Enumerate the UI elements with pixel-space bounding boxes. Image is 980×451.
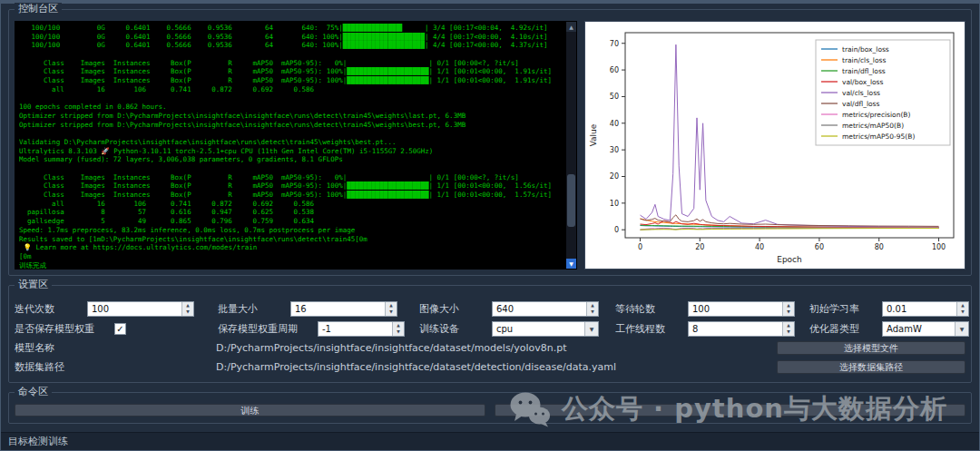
console-line: papillosa 8 57 0.616 0.947 0.625 0.538 [19, 208, 563, 217]
save-period-label: 保存模型权重周期 [218, 322, 318, 336]
select-dataset-button[interactable]: 选择数据集路径 [777, 360, 965, 374]
model-name-label: 模型名称 [15, 341, 216, 355]
console-lines: 100/100 0G 0.6401 0.5666 0.9536 64 640: … [19, 24, 563, 270]
field-device: 训练设备 cpu ▼ [419, 321, 615, 337]
spin-up-icon[interactable]: ▲ [587, 302, 598, 309]
spin-up-icon[interactable]: ▲ [386, 302, 397, 309]
console-line: Class Images Instances Box(P R mAP50 mAP… [19, 76, 563, 85]
svg-text:val/dfl_loss: val/dfl_loss [842, 100, 879, 108]
settings-row-1: 迭代次数 100 ▲ ▼ 批量大小 16 ▲ [15, 299, 965, 319]
svg-text:0: 0 [614, 226, 619, 234]
train-button[interactable]: 训练 [15, 404, 485, 417]
save-weights-label: 是否保存模型权重 [15, 322, 114, 336]
learning-rate-value: 0.01 [883, 302, 956, 316]
field-batch-size: 批量大小 16 ▲ ▼ [218, 301, 419, 317]
console-output[interactable]: 100/100 0G 0.6401 0.5666 0.9536 64 640: … [15, 21, 577, 270]
batch-size-spinner[interactable]: ▲ ▼ [385, 302, 397, 316]
save-period-spinbox[interactable]: -1 ▲ ▼ [318, 321, 405, 337]
svg-text:50: 50 [610, 93, 619, 101]
spin-up-icon[interactable]: ▲ [182, 302, 193, 309]
field-patience: 等待轮数 100 ▲ ▼ [615, 301, 809, 317]
svg-text:train/cls_loss: train/cls_loss [842, 56, 886, 64]
spin-down-icon[interactable]: ▼ [182, 309, 193, 316]
workers-label: 工作线程数 [615, 322, 688, 336]
workers-spinner[interactable]: ▲ ▼ [782, 322, 794, 336]
select-model-button[interactable]: 选择模型文件 [777, 341, 965, 355]
field-optimizer: 优化器类型 AdamW ▼ [809, 321, 969, 337]
console-line: 100/100 0G 0.6401 0.5666 0.9536 64 640: … [19, 24, 563, 33]
model-path-row: 模型名称 D:/PycharmProjects/insightface/insi… [15, 338, 965, 358]
iterations-spinner[interactable]: ▲ ▼ [181, 302, 193, 316]
svg-text:0: 0 [638, 243, 642, 251]
svg-text:Value: Value [589, 123, 598, 146]
image-size-value: 640 [493, 302, 586, 316]
secondary-command-button[interactable] [495, 404, 965, 417]
dropdown-arrow-icon[interactable]: ▼ [584, 322, 598, 336]
settings-section-title: 设置区 [15, 279, 52, 291]
console-line: Model summary (fused): 72 layers, 3,006,… [19, 155, 563, 164]
spin-down-icon[interactable]: ▼ [957, 309, 968, 316]
console-scrollbar[interactable]: ▲ ▼ [566, 22, 576, 269]
spin-down-icon[interactable]: ▼ [587, 309, 598, 316]
spin-up-icon[interactable]: ▲ [783, 322, 794, 329]
image-size-spinbox[interactable]: 640 ▲ ▼ [492, 301, 599, 317]
console-line: all 16 106 0.741 0.872 0.692 0.586 [19, 200, 563, 209]
console-line: all 16 106 0.741 0.872 0.692 0.586 [19, 85, 563, 94]
spin-up-icon[interactable]: ▲ [393, 322, 404, 329]
spin-down-icon[interactable]: ▼ [386, 309, 397, 316]
image-size-label: 图像大小 [419, 302, 492, 316]
svg-text:20: 20 [695, 243, 704, 251]
check-icon: ✓ [116, 324, 123, 334]
console-line [19, 164, 563, 173]
app-window: 控制台区 100/100 0G 0.6401 0.5666 0.9536 64 … [0, 0, 980, 451]
console-line: Validating D:\PycharmProjects\insightfac… [19, 138, 563, 147]
iterations-spinbox[interactable]: 100 ▲ ▼ [87, 301, 194, 317]
learning-rate-spinner[interactable]: ▲ ▼ [956, 302, 968, 316]
batch-size-spinbox[interactable]: 16 ▲ ▼ [290, 301, 397, 317]
patience-label: 等待轮数 [615, 302, 688, 316]
image-size-spinner[interactable]: ▲ ▼ [586, 302, 598, 316]
spin-down-icon[interactable]: ▼ [783, 309, 794, 316]
learning-rate-spinbox[interactable]: 0.01 ▲ ▼ [882, 301, 969, 317]
optimizer-select[interactable]: AdamW ▼ [882, 321, 969, 337]
svg-text:20: 20 [610, 172, 619, 181]
console-section: 控制台区 100/100 0G 0.6401 0.5666 0.9536 64 … [8, 9, 972, 276]
scroll-down-icon[interactable]: ▼ [566, 259, 576, 269]
spin-up-icon[interactable]: ▲ [783, 302, 794, 309]
spin-up-icon[interactable]: ▲ [957, 302, 968, 309]
spin-down-icon[interactable]: ▼ [783, 328, 794, 336]
svg-text:metrics/mAP50-95(B): metrics/mAP50-95(B) [842, 132, 915, 141]
field-save-period: 保存模型权重周期 -1 ▲ ▼ [218, 321, 419, 337]
patience-spinbox[interactable]: 100 ▲ ▼ [688, 301, 795, 317]
svg-text:70: 70 [610, 40, 619, 48]
console-line: Optimizer stripped from D:\PycharmProjec… [19, 112, 563, 121]
svg-text:train/box_loss: train/box_loss [842, 45, 889, 54]
console-line: Speed: 1.7ms preprocess, 83.2ms inferenc… [19, 226, 563, 235]
console-line: gallsedge 5 49 0.865 0.796 0.759 0.634 [19, 217, 563, 226]
device-select[interactable]: cpu ▼ [492, 321, 599, 337]
console-line: Class Images Instances Box(P R mAP50 mAP… [19, 173, 563, 182]
save-weights-checkbox[interactable]: ✓ [114, 323, 126, 335]
iterations-label: 迭代次数 [15, 302, 87, 316]
workers-spinbox[interactable]: 8 ▲ ▼ [688, 321, 795, 337]
learning-rate-label: 初始学习率 [809, 302, 882, 316]
dataset-path-row: 数据集路径 D:/PycharmProjects/insightface/ins… [15, 358, 965, 377]
svg-text:60: 60 [610, 66, 619, 74]
device-label: 训练设备 [419, 322, 492, 336]
svg-text:30: 30 [610, 146, 619, 154]
svg-text:10: 10 [610, 200, 619, 208]
scrollbar-thumb[interactable] [567, 174, 575, 227]
console-line: 100/100 0G 0.6401 0.5666 0.9536 64 640: … [19, 41, 563, 50]
save-period-spinner[interactable]: ▲ ▼ [392, 322, 404, 336]
command-section-title: 命令区 [15, 386, 52, 398]
console-line: Optimizer stripped from D:\PycharmProjec… [19, 121, 563, 130]
window-top-edge [1, 1, 979, 4]
spin-down-icon[interactable]: ▼ [393, 328, 404, 336]
patience-value: 100 [689, 302, 782, 316]
dropdown-arrow-icon[interactable]: ▼ [955, 322, 968, 336]
status-text: 目标检测训练 [8, 435, 68, 448]
svg-text:Epoch: Epoch [777, 255, 802, 264]
field-learning-rate: 初始学习率 0.01 ▲ ▼ [809, 301, 969, 317]
patience-spinner[interactable]: ▲ ▼ [782, 302, 794, 316]
scroll-up-icon[interactable]: ▲ [566, 22, 576, 32]
